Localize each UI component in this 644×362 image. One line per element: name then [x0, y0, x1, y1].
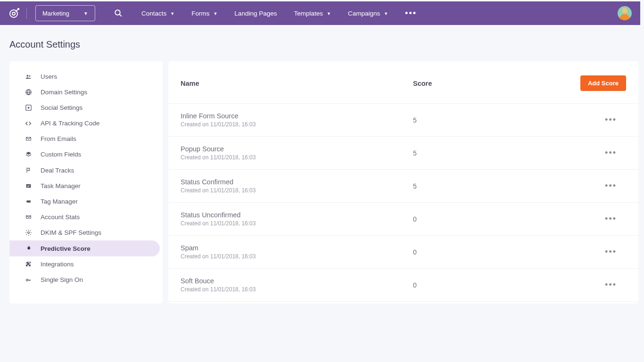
table-row: Status UnconfirmedCreated on 11/01/2018,… [168, 203, 638, 236]
sidebar-item-api[interactable]: API & Tracking Code [9, 115, 160, 131]
sidebar-label: Single Sign On [41, 276, 83, 283]
app-logo[interactable] [8, 8, 20, 19]
sidebar-label: Custom Fields [41, 151, 81, 158]
sidebar-item-domain[interactable]: Domain Settings [9, 84, 160, 100]
users-icon [25, 74, 32, 80]
nav-landing-pages[interactable]: Landing Pages [234, 10, 277, 17]
app-selector-label: Marketing [42, 10, 69, 17]
sidebar-item-dkim[interactable]: DKIM & SPF Settings [9, 225, 160, 240]
sidebar-item-tags[interactable]: Tag Manager [9, 194, 160, 209]
settings-sidebar: Users Domain Settings Social Settings AP… [9, 61, 163, 304]
fire-icon [25, 245, 32, 252]
key-icon [25, 277, 32, 283]
sidebar-label: Deal Tracks [41, 167, 74, 174]
row-score: 5 [413, 116, 545, 124]
row-created: Created on 11/01/2018, 16:03 [181, 286, 413, 293]
row-created: Created on 11/01/2018, 16:03 [181, 121, 413, 128]
mail-icon [25, 136, 32, 142]
row-title: Inline Form Source [181, 112, 413, 120]
row-actions-menu[interactable]: ••• [605, 148, 626, 158]
row-created: Created on 11/01/2018, 16:03 [181, 220, 413, 227]
nav-label: Templates [294, 10, 323, 17]
row-title: Popup Source [181, 145, 413, 153]
sidebar-label: Predictive Score [41, 245, 91, 252]
row-name-cell: Inline Form SourceCreated on 11/01/2018,… [181, 112, 413, 128]
row-actions-menu[interactable]: ••• [605, 181, 626, 191]
row-score: 5 [413, 149, 545, 157]
nav-campaigns[interactable]: Campaigns▼ [348, 10, 388, 17]
nav-label: Landing Pages [234, 10, 277, 17]
nav-forms[interactable]: Forms▼ [191, 10, 217, 17]
table-row: Inline Form SourceCreated on 11/01/2018,… [168, 104, 638, 137]
add-score-button[interactable]: Add Score [580, 75, 626, 91]
row-name-cell: SpamCreated on 11/01/2018, 16:03 [181, 244, 413, 260]
nav-label: Forms [191, 10, 209, 17]
sidebar-label: Task Manager [41, 182, 81, 189]
nav-contacts[interactable]: Contacts▼ [141, 10, 174, 17]
row-created: Created on 11/01/2018, 16:03 [181, 154, 413, 161]
svg-point-3 [26, 74, 28, 76]
sidebar-label: API & Tracking Code [41, 120, 99, 127]
stats-icon [25, 214, 32, 220]
sidebar-label: Domain Settings [41, 89, 87, 96]
chevron-down-icon: ▼ [384, 11, 388, 16]
table-row: SpamCreated on 11/01/2018, 16:030••• [168, 236, 638, 269]
globe-icon [25, 89, 32, 96]
table-row: Popup SourceCreated on 11/01/2018, 16:03… [168, 137, 638, 170]
nav-templates[interactable]: Templates▼ [294, 10, 330, 17]
user-avatar[interactable] [618, 6, 632, 20]
svg-point-7 [27, 107, 29, 109]
chevron-down-icon: ▼ [327, 11, 331, 16]
plugin-icon [25, 261, 32, 268]
row-name-cell: Status UnconfirmedCreated on 11/01/2018,… [181, 211, 413, 227]
row-score: 0 [413, 281, 545, 289]
sidebar-item-tracks[interactable]: Deal Tracks [9, 162, 160, 178]
row-actions-menu[interactable]: ••• [605, 247, 626, 257]
top-header: Marketing ▼ Contacts▼ Forms▼ Landing Pag… [0, 1, 640, 25]
chevron-down-icon: ▼ [83, 11, 88, 16]
row-actions-menu[interactable]: ••• [605, 214, 626, 224]
social-icon [25, 104, 32, 111]
svg-point-9 [27, 232, 29, 234]
sidebar-item-stats[interactable]: Account Stats [9, 209, 160, 225]
sidebar-label: Account Stats [41, 214, 80, 221]
row-actions-menu[interactable]: ••• [605, 280, 626, 290]
code-icon [25, 120, 32, 127]
nav-label: Campaigns [348, 10, 380, 17]
task-icon [25, 183, 32, 189]
gear-icon [25, 229, 32, 236]
table-header: Name Score Add Score [168, 61, 638, 104]
sidebar-label: From Emails [41, 135, 76, 142]
nav-more[interactable]: ••• [405, 9, 417, 17]
sidebar-label: Tag Manager [41, 198, 78, 205]
row-actions-menu[interactable]: ••• [605, 115, 626, 125]
sidebar-item-predictive[interactable]: Predictive Score [9, 240, 160, 256]
app-selector[interactable]: Marketing ▼ [35, 5, 95, 21]
scores-panel: Name Score Add Score Inline Form SourceC… [168, 61, 638, 304]
row-created: Created on 11/01/2018, 16:03 [181, 253, 413, 260]
tag-icon [25, 198, 32, 205]
column-score: Score [413, 80, 545, 87]
sidebar-item-social[interactable]: Social Settings [9, 100, 160, 115]
sidebar-label: DKIM & SPF Settings [41, 229, 101, 236]
table-body: Inline Form SourceCreated on 11/01/2018,… [168, 104, 638, 302]
sidebar-item-fields[interactable]: Custom Fields [9, 147, 160, 162]
sidebar-item-emails[interactable]: From Emails [9, 131, 160, 147]
row-title: Status Unconfirmed [181, 211, 413, 219]
layers-icon [25, 151, 32, 158]
svg-point-1 [12, 12, 15, 15]
row-title: Status Confirmed [181, 178, 413, 186]
chevron-down-icon: ▼ [170, 11, 174, 16]
search-button[interactable] [114, 9, 123, 17]
svg-point-4 [29, 75, 31, 76]
row-title: Soft Bouce [181, 277, 413, 285]
sidebar-item-sso[interactable]: Single Sign On [9, 272, 160, 288]
sidebar-item-integrations[interactable]: Integrations [9, 256, 160, 272]
row-score: 0 [413, 248, 545, 256]
sidebar-item-users[interactable]: Users [9, 69, 160, 84]
row-name-cell: Soft BouceCreated on 11/01/2018, 16:03 [181, 277, 413, 293]
row-title: Spam [181, 244, 413, 252]
column-name: Name [181, 80, 413, 87]
svg-point-2 [115, 10, 120, 15]
sidebar-item-tasks[interactable]: Task Manager [9, 178, 160, 194]
